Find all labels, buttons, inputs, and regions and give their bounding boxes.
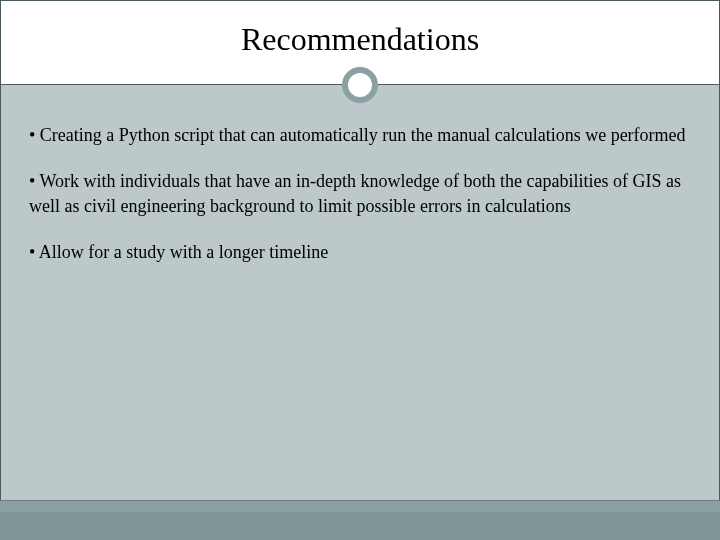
- bullet-item: • Allow for a study with a longer timeli…: [29, 240, 691, 264]
- bullet-item: • Creating a Python script that can auto…: [29, 123, 691, 147]
- slide-title: Recommendations: [1, 1, 719, 58]
- slide: Recommendations • Creating a Python scri…: [0, 0, 720, 540]
- content-area: • Creating a Python script that can auto…: [1, 85, 719, 264]
- body-area: • Creating a Python script that can auto…: [0, 85, 720, 500]
- circle-decoration-icon: [342, 67, 378, 103]
- bullet-item: • Work with individuals that have an in-…: [29, 169, 691, 218]
- footer-inner: [0, 512, 720, 540]
- footer-bar: [0, 500, 720, 540]
